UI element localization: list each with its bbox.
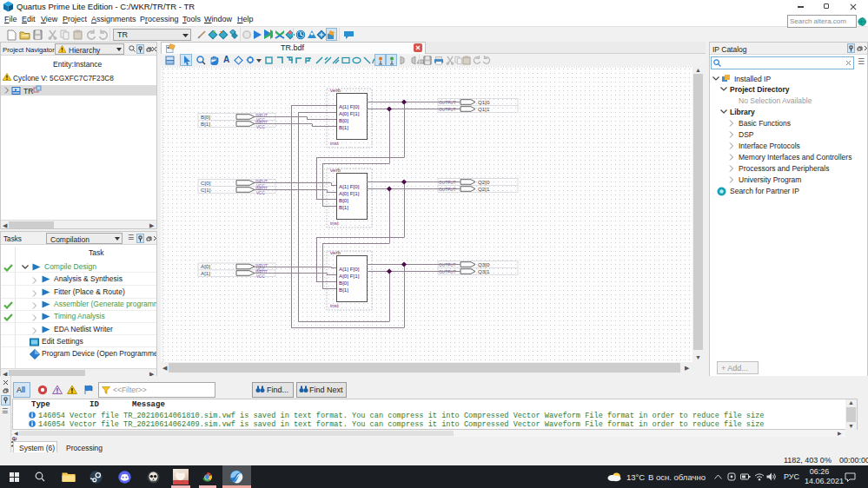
- svg-text:OUTPUT: OUTPUT: [439, 108, 456, 112]
- svg-text:verb: verb: [330, 87, 341, 93]
- svg-text:C[0]: C[0]: [201, 180, 211, 186]
- svg-text:OUTPUT: OUTPUT: [439, 263, 456, 267]
- svg-text:VCC: VCC: [256, 274, 265, 279]
- svg-text:Q2[0: Q2[0: [478, 179, 490, 185]
- svg-text:verb: verb: [330, 249, 341, 255]
- svg-text:OUTPUT: OUTPUT: [439, 101, 456, 105]
- svg-text:A[1] F[0]: A[1] F[0]: [339, 266, 360, 272]
- svg-text:OUTPUT: OUTPUT: [439, 181, 456, 185]
- svg-text:A[1]: A[1]: [201, 270, 210, 276]
- svg-text:OUTPUT: OUTPUT: [439, 270, 456, 274]
- svg-text:Q2[1: Q2[1: [478, 186, 490, 192]
- svg-text:Q1[0: Q1[0: [478, 99, 490, 105]
- svg-text:inst: inst: [330, 140, 339, 146]
- svg-text:B[0]: B[0]: [201, 114, 210, 120]
- svg-text:B[1]: B[1]: [339, 287, 348, 293]
- svg-text:B[1]: B[1]: [339, 204, 348, 210]
- svg-text:A[1] F[0]: A[1] F[0]: [339, 103, 360, 109]
- svg-text:VCC: VCC: [256, 191, 265, 195]
- svg-text:verb: verb: [330, 167, 341, 173]
- svg-text:Q3[0: Q3[0: [478, 261, 490, 267]
- svg-text:inst: inst: [330, 220, 339, 226]
- svg-text:A[0]: A[0]: [201, 263, 210, 269]
- svg-text:Q1[1: Q1[1: [478, 106, 490, 112]
- svg-text:C[1]: C[1]: [201, 187, 211, 193]
- svg-text:inst: inst: [330, 302, 339, 308]
- svg-text:B[0]: B[0]: [339, 197, 348, 203]
- svg-text:B[0]: B[0]: [339, 117, 348, 123]
- svg-text:A[0] F[1]: A[0] F[1]: [339, 190, 360, 196]
- svg-text:A[0] F[1]: A[0] F[1]: [339, 110, 360, 116]
- svg-text:OUTPUT: OUTPUT: [439, 188, 456, 192]
- svg-text:B[1]: B[1]: [201, 121, 210, 127]
- svg-text:VCC: VCC: [256, 125, 265, 129]
- svg-text:B[0]: B[0]: [339, 280, 348, 286]
- svg-text:B[1]: B[1]: [339, 124, 348, 130]
- svg-text:A[1] F[0]: A[1] F[0]: [339, 183, 360, 189]
- svg-text:A[0] F[1]: A[0] F[1]: [339, 273, 360, 279]
- svg-text:Q3[1: Q3[1: [478, 268, 490, 274]
